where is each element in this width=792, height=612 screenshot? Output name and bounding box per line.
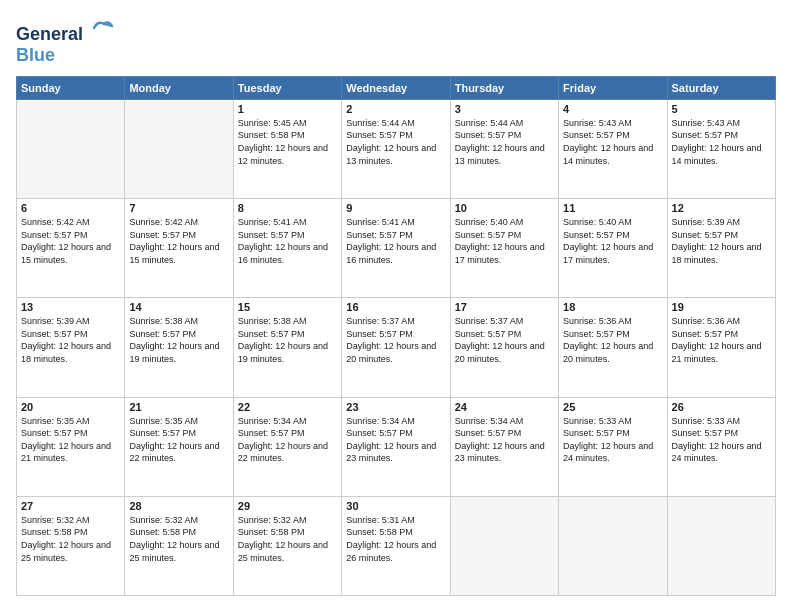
calendar-cell: 4Sunrise: 5:43 AMSunset: 5:57 PMDaylight… — [559, 99, 667, 198]
day-number: 27 — [21, 500, 120, 512]
calendar-week-row: 27Sunrise: 5:32 AMSunset: 5:58 PMDayligh… — [17, 496, 776, 595]
day-number: 14 — [129, 301, 228, 313]
day-number: 26 — [672, 401, 771, 413]
day-number: 16 — [346, 301, 445, 313]
calendar-cell: 12Sunrise: 5:39 AMSunset: 5:57 PMDayligh… — [667, 199, 775, 298]
day-info: Sunrise: 5:40 AMSunset: 5:57 PMDaylight:… — [455, 216, 554, 266]
calendar-cell: 10Sunrise: 5:40 AMSunset: 5:57 PMDayligh… — [450, 199, 558, 298]
day-info: Sunrise: 5:45 AMSunset: 5:58 PMDaylight:… — [238, 117, 337, 167]
day-info: Sunrise: 5:37 AMSunset: 5:57 PMDaylight:… — [455, 315, 554, 365]
day-number: 23 — [346, 401, 445, 413]
day-info: Sunrise: 5:32 AMSunset: 5:58 PMDaylight:… — [238, 514, 337, 564]
day-info: Sunrise: 5:32 AMSunset: 5:58 PMDaylight:… — [129, 514, 228, 564]
calendar-table: SundayMondayTuesdayWednesdayThursdayFrid… — [16, 76, 776, 596]
day-info: Sunrise: 5:36 AMSunset: 5:57 PMDaylight:… — [563, 315, 662, 365]
calendar-cell — [125, 99, 233, 198]
calendar-cell: 29Sunrise: 5:32 AMSunset: 5:58 PMDayligh… — [233, 496, 341, 595]
calendar-cell: 1Sunrise: 5:45 AMSunset: 5:58 PMDaylight… — [233, 99, 341, 198]
day-info: Sunrise: 5:43 AMSunset: 5:57 PMDaylight:… — [672, 117, 771, 167]
calendar-cell: 28Sunrise: 5:32 AMSunset: 5:58 PMDayligh… — [125, 496, 233, 595]
day-number: 5 — [672, 103, 771, 115]
calendar-cell: 21Sunrise: 5:35 AMSunset: 5:57 PMDayligh… — [125, 397, 233, 496]
day-number: 7 — [129, 202, 228, 214]
calendar-cell: 17Sunrise: 5:37 AMSunset: 5:57 PMDayligh… — [450, 298, 558, 397]
calendar-cell: 19Sunrise: 5:36 AMSunset: 5:57 PMDayligh… — [667, 298, 775, 397]
calendar-cell: 8Sunrise: 5:41 AMSunset: 5:57 PMDaylight… — [233, 199, 341, 298]
logo-icon — [90, 16, 114, 40]
day-info: Sunrise: 5:42 AMSunset: 5:57 PMDaylight:… — [129, 216, 228, 266]
weekday-header: Thursday — [450, 76, 558, 99]
day-number: 9 — [346, 202, 445, 214]
day-number: 3 — [455, 103, 554, 115]
calendar-week-row: 6Sunrise: 5:42 AMSunset: 5:57 PMDaylight… — [17, 199, 776, 298]
day-number: 25 — [563, 401, 662, 413]
day-number: 21 — [129, 401, 228, 413]
day-number: 22 — [238, 401, 337, 413]
calendar-week-row: 1Sunrise: 5:45 AMSunset: 5:58 PMDaylight… — [17, 99, 776, 198]
day-info: Sunrise: 5:40 AMSunset: 5:57 PMDaylight:… — [563, 216, 662, 266]
logo-blue: Blue — [16, 45, 114, 66]
calendar-cell — [450, 496, 558, 595]
day-info: Sunrise: 5:44 AMSunset: 5:57 PMDaylight:… — [455, 117, 554, 167]
day-number: 1 — [238, 103, 337, 115]
weekday-header: Saturday — [667, 76, 775, 99]
calendar-cell: 23Sunrise: 5:34 AMSunset: 5:57 PMDayligh… — [342, 397, 450, 496]
calendar-cell: 22Sunrise: 5:34 AMSunset: 5:57 PMDayligh… — [233, 397, 341, 496]
day-info: Sunrise: 5:36 AMSunset: 5:57 PMDaylight:… — [672, 315, 771, 365]
day-number: 20 — [21, 401, 120, 413]
calendar-cell: 15Sunrise: 5:38 AMSunset: 5:57 PMDayligh… — [233, 298, 341, 397]
weekday-header: Tuesday — [233, 76, 341, 99]
calendar-cell: 18Sunrise: 5:36 AMSunset: 5:57 PMDayligh… — [559, 298, 667, 397]
calendar-cell: 30Sunrise: 5:31 AMSunset: 5:58 PMDayligh… — [342, 496, 450, 595]
calendar-cell — [559, 496, 667, 595]
logo: General Blue — [16, 16, 114, 66]
day-number: 30 — [346, 500, 445, 512]
calendar-cell: 9Sunrise: 5:41 AMSunset: 5:57 PMDaylight… — [342, 199, 450, 298]
calendar-cell: 7Sunrise: 5:42 AMSunset: 5:57 PMDaylight… — [125, 199, 233, 298]
day-number: 17 — [455, 301, 554, 313]
calendar-cell: 16Sunrise: 5:37 AMSunset: 5:57 PMDayligh… — [342, 298, 450, 397]
day-number: 4 — [563, 103, 662, 115]
weekday-header: Friday — [559, 76, 667, 99]
weekday-header: Wednesday — [342, 76, 450, 99]
day-number: 28 — [129, 500, 228, 512]
calendar-cell: 26Sunrise: 5:33 AMSunset: 5:57 PMDayligh… — [667, 397, 775, 496]
day-info: Sunrise: 5:39 AMSunset: 5:57 PMDaylight:… — [672, 216, 771, 266]
calendar-cell: 20Sunrise: 5:35 AMSunset: 5:57 PMDayligh… — [17, 397, 125, 496]
day-info: Sunrise: 5:41 AMSunset: 5:57 PMDaylight:… — [238, 216, 337, 266]
day-info: Sunrise: 5:34 AMSunset: 5:57 PMDaylight:… — [346, 415, 445, 465]
day-number: 12 — [672, 202, 771, 214]
calendar-cell — [17, 99, 125, 198]
day-number: 6 — [21, 202, 120, 214]
calendar-cell: 11Sunrise: 5:40 AMSunset: 5:57 PMDayligh… — [559, 199, 667, 298]
day-info: Sunrise: 5:33 AMSunset: 5:57 PMDaylight:… — [672, 415, 771, 465]
day-info: Sunrise: 5:37 AMSunset: 5:57 PMDaylight:… — [346, 315, 445, 365]
day-info: Sunrise: 5:34 AMSunset: 5:57 PMDaylight:… — [455, 415, 554, 465]
header: General Blue — [16, 16, 776, 66]
day-info: Sunrise: 5:33 AMSunset: 5:57 PMDaylight:… — [563, 415, 662, 465]
day-info: Sunrise: 5:41 AMSunset: 5:57 PMDaylight:… — [346, 216, 445, 266]
day-number: 13 — [21, 301, 120, 313]
calendar-week-row: 13Sunrise: 5:39 AMSunset: 5:57 PMDayligh… — [17, 298, 776, 397]
day-info: Sunrise: 5:35 AMSunset: 5:57 PMDaylight:… — [129, 415, 228, 465]
day-info: Sunrise: 5:44 AMSunset: 5:57 PMDaylight:… — [346, 117, 445, 167]
day-number: 10 — [455, 202, 554, 214]
day-info: Sunrise: 5:38 AMSunset: 5:57 PMDaylight:… — [238, 315, 337, 365]
day-info: Sunrise: 5:42 AMSunset: 5:57 PMDaylight:… — [21, 216, 120, 266]
day-info: Sunrise: 5:39 AMSunset: 5:57 PMDaylight:… — [21, 315, 120, 365]
calendar-cell — [667, 496, 775, 595]
calendar-cell: 6Sunrise: 5:42 AMSunset: 5:57 PMDaylight… — [17, 199, 125, 298]
day-info: Sunrise: 5:38 AMSunset: 5:57 PMDaylight:… — [129, 315, 228, 365]
calendar-cell: 14Sunrise: 5:38 AMSunset: 5:57 PMDayligh… — [125, 298, 233, 397]
day-number: 24 — [455, 401, 554, 413]
day-info: Sunrise: 5:31 AMSunset: 5:58 PMDaylight:… — [346, 514, 445, 564]
day-info: Sunrise: 5:34 AMSunset: 5:57 PMDaylight:… — [238, 415, 337, 465]
day-number: 19 — [672, 301, 771, 313]
calendar-cell: 2Sunrise: 5:44 AMSunset: 5:57 PMDaylight… — [342, 99, 450, 198]
calendar-cell: 5Sunrise: 5:43 AMSunset: 5:57 PMDaylight… — [667, 99, 775, 198]
day-number: 2 — [346, 103, 445, 115]
logo-text: General — [16, 16, 114, 45]
day-number: 29 — [238, 500, 337, 512]
day-info: Sunrise: 5:43 AMSunset: 5:57 PMDaylight:… — [563, 117, 662, 167]
day-info: Sunrise: 5:35 AMSunset: 5:57 PMDaylight:… — [21, 415, 120, 465]
